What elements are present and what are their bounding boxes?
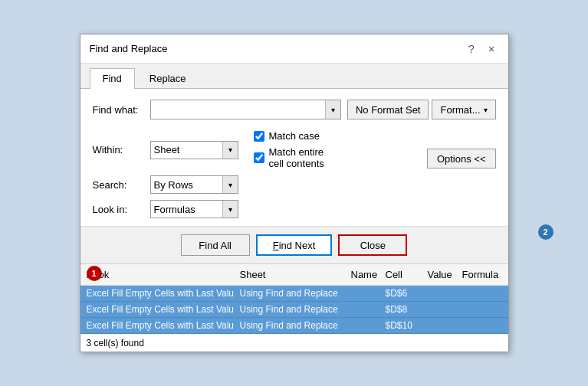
lookin-label: Look in: (93, 204, 150, 215)
within-select-wrap: Sheet Workbook ▾ (150, 141, 238, 159)
find-input-wrap: ▾ (150, 100, 341, 119)
col-header-book: Book (80, 267, 234, 282)
match-case-checkbox[interactable] (254, 131, 264, 142)
results-header: Book Sheet Name Cell Value Formula (80, 264, 508, 286)
match-case-row: Match case (254, 130, 327, 142)
checkbox-group: Match case Match entire cell contents (254, 130, 327, 169)
find-next-label: Find Next (273, 240, 316, 251)
within-label: Within: (93, 144, 150, 155)
options-button[interactable]: Options << (427, 149, 496, 168)
close-button[interactable]: Close (338, 234, 407, 256)
options-left: Within: Sheet Workbook ▾ Match case (93, 130, 327, 218)
tab-replace[interactable]: Replace (136, 68, 199, 88)
table-row[interactable]: Excel Fill Empty Cells with Last Value.x… (80, 302, 508, 318)
cell-sheet-1: Using Find and Replace (234, 286, 345, 301)
cell-formula-2 (456, 307, 508, 312)
cell-book-2: Excel Fill Empty Cells with Last Value.x… (80, 302, 234, 317)
badge-1: 1 (87, 266, 102, 281)
cell-sheet-3: Using Find and Replace (234, 318, 345, 333)
cell-book-1: Excel Fill Empty Cells with Last Value.x… (80, 286, 234, 301)
cell-book-3: Excel Fill Empty Cells with Last Value.x… (80, 318, 234, 333)
options-section: Within: Sheet Workbook ▾ Match case (93, 130, 496, 218)
cell-cell-1: $D$6 (379, 286, 422, 301)
table-row[interactable]: Excel Fill Empty Cells with Last Value.x… (80, 286, 508, 302)
col-header-name: Name (345, 267, 379, 282)
find-input[interactable] (151, 100, 325, 119)
tab-find[interactable]: Find (90, 68, 135, 89)
cell-cell-2: $D$8 (379, 302, 422, 317)
results-section: 1 2 Book Sheet Name Cell Value Formula E… (80, 263, 508, 352)
cell-value-2 (422, 307, 456, 312)
cell-cell-3: $D$10 (379, 318, 422, 333)
format-label: Format... (440, 104, 480, 116)
find-all-button[interactable]: Find All (181, 234, 250, 256)
help-button[interactable]: ? (464, 41, 478, 57)
cell-sheet-2: Using Find and Replace (234, 302, 345, 317)
within-select[interactable]: Sheet Workbook (151, 142, 222, 159)
results-footer: 3 cell(s) found (80, 334, 508, 352)
dialog-title: Find and Replace (90, 43, 168, 54)
col-header-sheet: Sheet (234, 267, 345, 282)
table-row[interactable]: Excel Fill Empty Cells with Last Value.x… (80, 318, 508, 334)
cell-name-1 (345, 291, 379, 296)
find-next-button[interactable]: Find Next (256, 234, 333, 256)
cell-name-3 (345, 323, 379, 328)
close-title-button[interactable]: × (485, 41, 499, 57)
cell-name-2 (345, 307, 379, 312)
col-header-cell: Cell (379, 267, 422, 282)
find-what-row: Find what: ▾ No Format Set Format... ▾ (93, 100, 496, 119)
find-dropdown-arrow[interactable]: ▾ (325, 100, 340, 119)
badge-2: 2 (538, 224, 554, 240)
no-format-button[interactable]: No Format Set (347, 100, 429, 119)
format-button[interactable]: Format... ▾ (432, 100, 495, 119)
tab-bar: Find Replace (80, 64, 508, 89)
search-row: Search: By Rows By Columns ▾ (93, 175, 327, 194)
lookin-select-wrap: Formulas Values Notes ▾ (150, 200, 238, 218)
match-case-label: Match case (269, 130, 327, 142)
title-bar-controls: ? × (464, 41, 498, 57)
button-row: Find All Find Next Close (80, 227, 508, 263)
match-entire-row: Match entire cell contents (254, 146, 327, 169)
cell-value-3 (422, 323, 456, 328)
find-replace-dialog: Find and Replace ? × Find Replace Find w… (80, 34, 509, 352)
lookin-select[interactable]: Formulas Values Notes (151, 201, 222, 218)
format-arrow-icon: ▾ (484, 106, 488, 114)
search-select-wrap: By Rows By Columns ▾ (150, 175, 238, 194)
title-bar: Find and Replace ? × (80, 34, 508, 64)
match-entire-checkbox[interactable] (254, 152, 264, 163)
search-label: Search: (93, 179, 150, 191)
cell-formula-3 (456, 323, 508, 328)
cell-value-1 (422, 291, 456, 296)
col-header-value: Value (422, 267, 456, 282)
match-entire-label: Match entire cell contents (269, 146, 327, 169)
results-count: 3 cell(s) found (87, 338, 144, 348)
within-row: Within: Sheet Workbook ▾ Match case (93, 130, 327, 169)
search-select[interactable]: By Rows By Columns (151, 176, 222, 193)
find-what-label: Find what: (93, 104, 150, 116)
options-right: Options << (427, 130, 496, 168)
search-select-arrow[interactable]: ▾ (222, 176, 238, 193)
col-header-formula: Formula (456, 267, 508, 282)
lookin-select-arrow[interactable]: ▾ (222, 201, 238, 218)
lookin-row: Look in: Formulas Values Notes ▾ (93, 200, 327, 218)
within-select-arrow[interactable]: ▾ (222, 142, 238, 159)
cell-formula-1 (456, 291, 508, 296)
dialog-body: Find what: ▾ No Format Set Format... ▾ W… (80, 89, 508, 227)
